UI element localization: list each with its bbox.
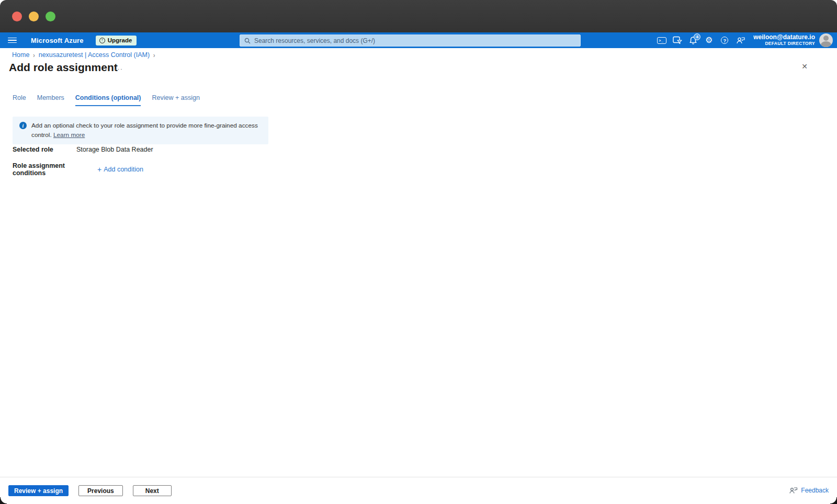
footer-buttons: Review + assign Previous Next	[8, 485, 172, 496]
global-search[interactable]	[240, 35, 581, 47]
avatar-silhouette	[823, 36, 829, 41]
previous-button[interactable]: Previous	[78, 485, 123, 496]
feedback-icon	[789, 486, 798, 494]
macos-titlebar	[0, 0, 837, 32]
page-title: Add role assignment	[9, 61, 118, 74]
close-blade-button[interactable]: ✕	[797, 59, 812, 74]
cloud-shell-icon: >_	[657, 37, 666, 44]
breadcrumb: Home › nexusazuretest | Access Control (…	[12, 51, 155, 59]
notification-badge: 4	[694, 33, 700, 40]
avatar[interactable]	[819, 33, 833, 47]
role-assignment-conditions-row: Role assignment conditions + Add conditi…	[13, 162, 143, 177]
tab-strip: Role Members Conditions (optional) Revie…	[13, 94, 200, 106]
info-icon: i	[19, 122, 27, 129]
cloud-shell-button[interactable]: >_	[654, 32, 670, 48]
user-directory: DEFAULT DIRECTORY	[753, 41, 815, 47]
tab-review-assign[interactable]: Review + assign	[152, 94, 199, 106]
gear-icon: ⚙	[705, 36, 712, 44]
selected-role-value: Storage Blob Data Reader	[76, 146, 153, 153]
help-icon: ?	[721, 37, 728, 44]
feedback-icon	[736, 36, 745, 44]
chevron-right-icon: ›	[33, 51, 35, 59]
feedback-link[interactable]: Feedback	[789, 486, 829, 494]
directory-filter-button[interactable]	[670, 32, 685, 48]
portal-menu-button[interactable]	[0, 32, 24, 48]
feedback-label: Feedback	[801, 487, 829, 494]
tab-role[interactable]: Role	[13, 94, 26, 106]
azure-portal-window: Microsoft Azure ↑ Upgrade >_	[0, 0, 837, 504]
next-button[interactable]: Next	[133, 485, 172, 496]
hamburger-icon	[8, 38, 17, 43]
review-assign-button[interactable]: Review + assign	[8, 485, 69, 496]
upgrade-label: Upgrade	[108, 37, 132, 43]
chevron-right-icon: ›	[153, 51, 155, 59]
plus-icon: +	[97, 166, 101, 173]
more-options-button[interactable]: ···	[115, 65, 123, 73]
footer-divider	[0, 477, 837, 477]
breadcrumb-resource[interactable]: nexusazuretest | Access Control (IAM)	[39, 51, 150, 59]
window-close-button[interactable]	[12, 12, 22, 21]
learn-more-link[interactable]: Learn more	[53, 131, 85, 139]
add-condition-label: Add condition	[104, 166, 143, 173]
selected-role-label: Selected role	[13, 146, 76, 153]
page-content: Home › nexusazuretest | Access Control (…	[0, 48, 837, 504]
breadcrumb-home[interactable]: Home	[12, 51, 29, 59]
window-minimize-button[interactable]	[29, 12, 39, 21]
tab-members[interactable]: Members	[37, 94, 64, 106]
settings-button[interactable]: ⚙	[701, 32, 717, 48]
help-button[interactable]: ?	[717, 32, 732, 48]
directory-filter-icon	[673, 36, 682, 44]
info-banner: i Add an optional check to your role ass…	[13, 117, 268, 144]
search-icon	[244, 38, 251, 44]
role-assignment-conditions-label: Role assignment conditions	[13, 162, 97, 177]
feedback-button-top[interactable]	[732, 32, 748, 48]
topbar-actions: >_ 4 ⚙ ?	[654, 32, 833, 48]
traffic-lights	[12, 12, 55, 21]
notifications-button[interactable]: 4	[685, 32, 701, 48]
upgrade-arrow-icon: ↑	[99, 38, 105, 43]
upgrade-button[interactable]: ↑ Upgrade	[96, 36, 137, 45]
window-zoom-button[interactable]	[46, 12, 55, 21]
search-input[interactable]	[254, 37, 576, 44]
microsoft-azure-logo[interactable]: Microsoft Azure	[31, 37, 84, 44]
selected-role-row: Selected role Storage Blob Data Reader	[13, 146, 153, 153]
azure-top-bar: Microsoft Azure ↑ Upgrade >_	[0, 32, 837, 48]
user-email: weiloon@datature.io	[753, 34, 815, 41]
account-menu[interactable]: weiloon@datature.io DEFAULT DIRECTORY	[753, 34, 815, 47]
tab-conditions[interactable]: Conditions (optional)	[75, 94, 141, 106]
add-condition-link[interactable]: + Add condition	[97, 166, 143, 173]
